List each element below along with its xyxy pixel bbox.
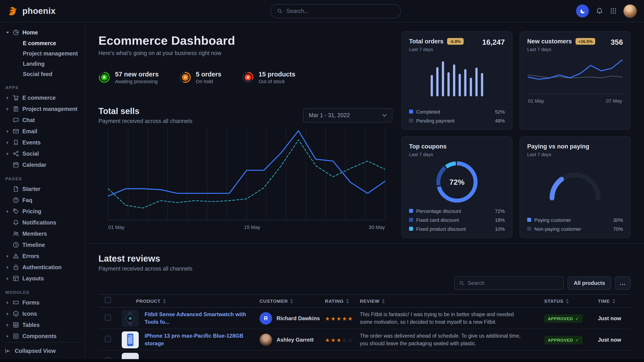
smiley-icon [12, 310, 19, 317]
legend-item-fixed-product-discount: Fixed product discount10% [409, 225, 505, 233]
dashboard-section: Ecommerce Dashboard Here's what's going … [98, 22, 630, 238]
user-avatar[interactable] [624, 4, 637, 18]
sort-icon [346, 299, 349, 304]
total-orders-value: 16,247 [482, 38, 505, 46]
sidebar-item-events[interactable]: Events [4, 137, 80, 148]
new-customers-value: 356 [611, 38, 623, 46]
rating-stars: ★★★☆☆ [325, 337, 353, 343]
paying-gauge-chart [527, 157, 623, 205]
sidebar-item-starter[interactable]: Starter [4, 183, 80, 195]
sidebar-item-pricing[interactable]: Pricing [4, 206, 80, 217]
column-header-label: PRODUCT [136, 298, 160, 304]
column-header-customer[interactable]: CUSTOMER [250, 298, 316, 304]
sidebar-item-landing[interactable]: Landing [4, 58, 80, 69]
sidebar-item-tables[interactable]: Tables [4, 319, 80, 331]
legend-swatch [409, 227, 413, 231]
reviews-table-header: PRODUCTCUSTOMERRATINGREVIEWSTATUSTIME [98, 294, 630, 308]
sidebar-item-label: Email [22, 128, 37, 134]
stat-on-hold: 5 ordersOn hold [179, 71, 221, 84]
theme-toggle-button[interactable] [576, 4, 589, 17]
sidebar-item-label: Tables [22, 322, 40, 328]
product-cell: iPhone 13 pro max-Pacific Blue-128GB sto… [116, 331, 250, 348]
chat-icon [12, 117, 19, 123]
sidebar-item-label: Layouts [22, 275, 44, 282]
global-search[interactable] [270, 4, 401, 18]
product-link[interactable]: iPhone 13 pro max-Pacific Blue-128GB sto… [144, 333, 250, 347]
sidebar-item-forms[interactable]: Forms [4, 297, 80, 308]
star-empty-icon: ☆ [342, 337, 348, 343]
column-header-status[interactable]: STATUS [535, 298, 589, 304]
column-header-review[interactable]: REVIEW [351, 298, 535, 304]
sidebar-item-home[interactable]: Home [4, 27, 80, 38]
date-range-select[interactable]: Mar 1 - 31, 2022 [303, 108, 392, 122]
stats-row: 57 new ordersAwating processing5 ordersO… [98, 71, 392, 84]
share-icon [12, 150, 19, 157]
sidebar-item-email[interactable]: Email [4, 126, 80, 137]
sidebar-item-project-management[interactable]: Project management [4, 103, 80, 114]
sidebar-item-social-feed[interactable]: Social feed [4, 69, 80, 79]
svg-text:15 May: 15 May [244, 225, 260, 230]
more-options-button[interactable]: ... [615, 276, 630, 290]
column-header-rating[interactable]: RATING [316, 298, 351, 304]
product-link[interactable]: Fitbit Sense Advanced Smartwatch with To… [144, 311, 250, 326]
column-header-product[interactable]: PRODUCT [116, 298, 250, 304]
sidebar-item-label: Events [22, 139, 41, 146]
sort-icon [163, 299, 166, 304]
collapsed-view-toggle[interactable]: Collapsed View [4, 342, 80, 359]
row-checkbox[interactable] [105, 336, 111, 342]
total-orders-chart [409, 52, 505, 99]
sidebar-item-layouts[interactable]: Layouts [4, 273, 80, 284]
sidebar-item-calendar[interactable]: Calendar [4, 159, 80, 170]
sidebar-item-social[interactable]: Social [4, 148, 80, 159]
reviews-search-input[interactable] [468, 280, 559, 286]
paying-gauge [527, 157, 623, 205]
sidebar-item-e-commerce[interactable]: E commerce [4, 92, 80, 103]
status-cell: APPROVED✓ [535, 314, 589, 323]
sort-icon [382, 299, 385, 304]
lock-icon [12, 264, 19, 271]
sidebar-item-timeline[interactable]: Timeline [4, 239, 80, 250]
sidebar-item-label: Starter [22, 186, 40, 192]
sidebar: HomeE commerceProject managementLandingS… [0, 22, 85, 359]
caret-right-icon [6, 301, 8, 304]
apps-grid-button[interactable] [610, 7, 617, 14]
status-label: APPROVED [548, 338, 573, 342]
sidebar-item-authentication[interactable]: Authentication [4, 262, 80, 273]
sidebar-item-errors[interactable]: Errors [4, 250, 80, 262]
card-period: Last 7 days [409, 46, 464, 52]
sidebar-item-project-management[interactable]: Project management [4, 48, 80, 58]
brand-name: phoenix [22, 6, 56, 16]
sidebar-item-icons[interactable]: Icons [4, 308, 80, 319]
main-content: Ecommerce Dashboard Here's what's going … [85, 22, 644, 359]
stat-value: 57 new orders [115, 71, 159, 78]
horizontal-scrollbar[interactable] [0, 359, 644, 362]
notifications-button[interactable] [596, 7, 603, 15]
column-header-time[interactable]: TIME [589, 298, 630, 304]
customer-cell: Ashley Garrett [250, 333, 316, 346]
new-customers-line-chart: 01 May07 May [527, 52, 623, 106]
sidebar-item-chat[interactable]: Chat [4, 114, 80, 126]
reviews-search[interactable] [454, 276, 564, 290]
brand[interactable]: phoenix [7, 5, 56, 17]
sidebar-item-notifications[interactable]: Notifications [4, 217, 80, 228]
sort-icon [290, 299, 293, 304]
sidebar-item-label: E commerce [22, 95, 56, 101]
sidebar-item-components[interactable]: Components [4, 331, 80, 342]
global-search-input[interactable] [286, 8, 394, 14]
caret-down-icon [6, 31, 9, 33]
row-checkbox[interactable] [105, 357, 111, 359]
caret-right-icon [6, 210, 8, 213]
product-thumbnail [122, 353, 139, 359]
sidebar-item-e-commerce[interactable]: E commerce [4, 38, 80, 48]
sidebar-item-members[interactable]: Members [4, 228, 80, 239]
sidebar-item-faq[interactable]: Faq [4, 195, 80, 206]
all-products-button[interactable]: All products [568, 276, 611, 290]
row-checkbox-cell [98, 336, 116, 344]
caret-right-icon [6, 152, 8, 155]
select-all-checkbox[interactable] [105, 297, 111, 303]
row-checkbox[interactable] [105, 314, 111, 321]
search-icon [459, 280, 464, 286]
sidebar-item-label: Members [22, 231, 47, 237]
top-coupons-chart: 72% [409, 157, 505, 206]
caret-right-icon [6, 335, 8, 338]
